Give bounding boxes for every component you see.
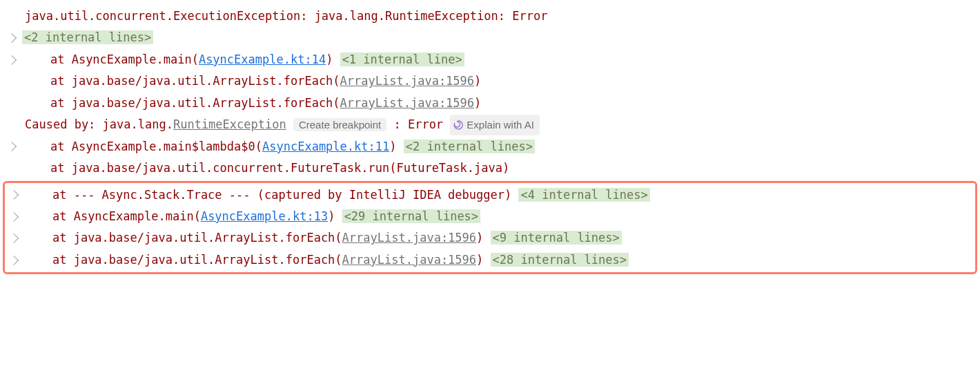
ai-button-label: Explain with AI [467,115,534,135]
fold-region[interactable]: <1 internal line> [340,52,464,66]
gutter[interactable] [3,35,22,41]
chevron-right-icon[interactable] [7,142,17,151]
explain-with-ai-button[interactable]: Explain with AI [450,115,540,135]
stack-trace-line: at java.base/java.util.ArrayList.forEach… [3,70,977,92]
stack-trace-line: at java.base/java.util.ArrayList.forEach… [3,93,977,114]
caused-by-text: Caused by: java.lang. [25,117,173,131]
chevron-right-icon[interactable] [9,190,19,200]
fold-region[interactable]: <28 internal lines> [491,253,629,267]
exception-class-link[interactable]: RuntimeException [173,117,286,131]
source-link[interactable]: AsyncExample.kt:11 [262,140,389,153]
stack-frame-text: at AsyncExample.main$lambda$0( [50,140,262,153]
stack-trace-line: at AsyncExample.main(AsyncExample.kt:13)… [5,206,975,227]
exception-message: java.util.concurrent.ExecutionException:… [25,9,547,23]
stack-trace-line: at AsyncExample.main(AsyncExample.kt:14)… [3,49,977,70]
gutter[interactable] [5,257,24,264]
paren-close: ) [476,253,483,267]
fold-region[interactable]: <9 internal lines> [491,231,622,245]
paren-close: ) [326,52,333,66]
paren-close: ) [474,96,481,110]
stack-frame-text: at java.base/java.util.ArrayList.forEach… [52,231,342,245]
source-link[interactable]: AsyncExample.kt:14 [199,52,326,66]
gutter[interactable] [5,235,24,242]
stack-frame-text: at java.base/java.util.concurrent.Future… [50,161,509,175]
stack-trace-line: java.util.concurrent.ExecutionException:… [3,6,977,27]
paren-close: ) [474,74,481,88]
stack-trace-line: at --- Async.Stack.Trace --- (captured b… [5,183,975,206]
stack-frame-text: at --- Async.Stack.Trace --- (captured b… [52,188,511,202]
fold-region[interactable]: <29 internal lines> [342,209,480,223]
stack-trace-line: <2 internal lines> [3,27,977,48]
stack-trace-line: at java.base/java.util.ArrayList.forEach… [5,227,975,249]
spiral-icon [453,119,464,131]
stack-frame-text: at AsyncExample.main( [50,52,199,66]
paren-close: ) [389,140,396,153]
gutter[interactable] [5,213,24,220]
chevron-right-icon[interactable] [9,233,19,243]
highlighted-region: at --- Async.Stack.Trace --- (captured b… [3,181,977,275]
fold-region[interactable]: <2 internal lines> [404,140,535,153]
fold-region[interactable]: <2 internal lines> [22,30,153,44]
chevron-right-icon[interactable] [9,255,19,265]
library-source-link[interactable]: ArrayList.java:1596 [342,231,476,245]
chevron-right-icon[interactable] [7,33,17,43]
stack-frame-text: at AsyncExample.main( [52,209,201,223]
gutter[interactable] [3,143,22,150]
stack-trace-line: at java.base/java.util.ArrayList.forEach… [5,249,975,272]
library-source-link[interactable]: ArrayList.java:1596 [340,96,474,110]
stack-trace-line: at java.base/java.util.concurrent.Future… [3,157,977,179]
stack-trace-line: at AsyncExample.main$lambda$0(AsyncExamp… [3,136,977,157]
stack-frame-text: at java.base/java.util.ArrayList.forEach… [50,74,340,88]
source-link[interactable]: AsyncExample.kt:13 [201,209,328,223]
gutter[interactable] [3,57,22,64]
library-source-link[interactable]: ArrayList.java:1596 [340,74,474,88]
stack-frame-text: at java.base/java.util.ArrayList.forEach… [52,253,342,267]
stack-trace-line: Caused by: java.lang.RuntimeException Cr… [3,114,977,135]
create-breakpoint-button[interactable]: Create breakpoint [293,118,386,131]
paren-close: ) [476,231,483,245]
chevron-right-icon[interactable] [7,55,17,65]
error-text: : Error [393,117,443,131]
fold-region[interactable]: <4 internal lines> [518,188,649,202]
stack-frame-text: at java.base/java.util.ArrayList.forEach… [50,96,340,110]
paren-close: ) [328,209,335,223]
library-source-link[interactable]: ArrayList.java:1596 [342,253,476,267]
chevron-right-icon[interactable] [9,212,19,222]
gutter[interactable] [5,191,24,198]
